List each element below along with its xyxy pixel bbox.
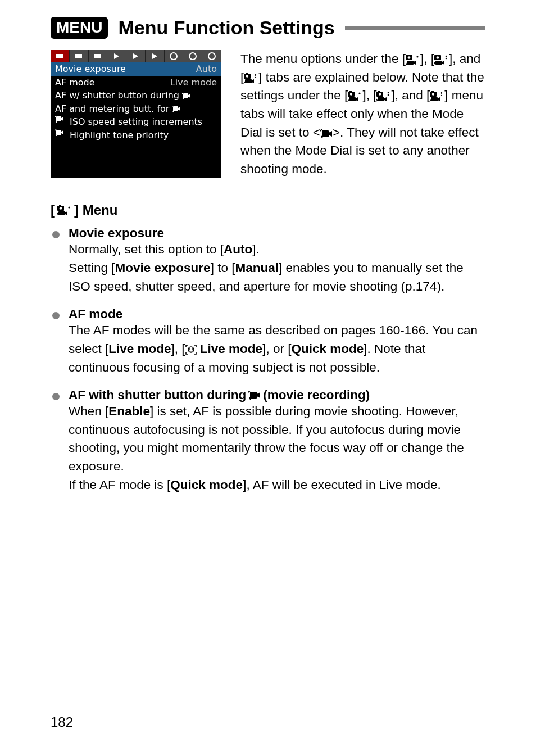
bullet-title: AF mode	[69, 307, 485, 322]
svg-point-13	[446, 56, 447, 57]
camera-movie-tab-icon	[430, 91, 444, 101]
lcd-rows: Movie exposureAutoAF modeLive modeAF w/ …	[51, 62, 221, 142]
lcd-menu-row: Movie exposureAuto	[51, 62, 221, 76]
bullet-item: AF with shutter button during (movie rec…	[51, 388, 485, 494]
lcd-tab-wrench-2	[183, 50, 202, 62]
bullet-list: Movie exposureNormally, set this option …	[51, 226, 485, 494]
svg-rect-23	[349, 91, 352, 92]
svg-point-8	[416, 56, 418, 57]
section-separator	[51, 191, 485, 191]
svg-rect-36	[431, 97, 438, 101]
face-detect-icon	[185, 345, 197, 355]
svg-point-48	[192, 348, 193, 350]
svg-point-47	[189, 348, 190, 350]
heading-rule	[345, 26, 485, 30]
page-number: 182	[51, 714, 73, 730]
wrench-icon	[208, 52, 216, 60]
svg-point-31	[388, 92, 389, 94]
bullet-item: Movie exposureNormally, set this option …	[51, 226, 485, 296]
svg-point-17	[246, 75, 249, 78]
wrench-icon	[189, 52, 197, 60]
lcd-tab-camera-2	[70, 50, 89, 62]
svg-rect-3	[56, 130, 61, 135]
camera-movie-tab-icon	[434, 55, 449, 65]
lcd-row-value: Live mode	[170, 76, 217, 89]
menu-pill-icon: MENU	[51, 17, 108, 39]
svg-point-29	[379, 93, 381, 96]
bullet-item: AF modeThe AF modes will be the same as …	[51, 307, 485, 377]
svg-rect-30	[378, 97, 384, 101]
lcd-tab-bar	[51, 50, 221, 62]
svg-rect-0	[183, 93, 188, 98]
lcd-row-label: AF and metering butt. for	[55, 103, 217, 115]
svg-rect-28	[378, 91, 380, 92]
wrench-icon	[170, 52, 178, 60]
bullet-title: AF with shutter button during (movie rec…	[69, 388, 485, 402]
bracket-close: ] Menu	[74, 202, 117, 218]
svg-point-35	[432, 93, 435, 96]
movie-icon	[182, 93, 191, 99]
camera-icon	[56, 54, 63, 58]
lcd-row-label: ISO speed setting increments	[70, 116, 217, 128]
svg-point-32	[388, 94, 389, 96]
svg-rect-49	[250, 392, 257, 399]
svg-rect-5	[407, 55, 410, 56]
camera-movie-tab-icon	[376, 91, 391, 101]
svg-rect-2	[56, 116, 61, 121]
lcd-row-label: AF w/ shutter button during	[55, 89, 217, 102]
bullet-title: Movie exposure	[69, 226, 485, 241]
svg-point-26	[359, 93, 361, 94]
bracket-open: [	[51, 202, 55, 218]
lcd-tab-play-3	[146, 50, 165, 62]
svg-point-20	[255, 75, 256, 76]
lcd-row-label: Movie exposure	[55, 63, 190, 75]
lcd-row-label: AF mode	[55, 76, 165, 89]
lcd-menu-row: AF w/ shutter button during	[51, 89, 221, 102]
svg-point-14	[446, 58, 447, 60]
svg-point-39	[441, 95, 442, 96]
lcd-tab-camera-3	[89, 50, 108, 62]
lcd-row-label: Highlight tone priority	[70, 129, 217, 142]
lcd-menu-row: Highlight tone priority	[51, 129, 221, 142]
lcd-menu-row: AF modeLive mode	[51, 76, 221, 89]
svg-rect-1	[173, 106, 178, 111]
svg-rect-12	[435, 61, 442, 65]
svg-rect-16	[246, 73, 248, 74]
movie-icon	[248, 391, 261, 400]
svg-point-6	[408, 56, 411, 59]
lcd-row-value: Auto	[196, 63, 217, 75]
bullet-body: Normally, set this option to [Auto].Sett…	[69, 241, 485, 296]
svg-point-19	[255, 74, 256, 75]
camera-movie-tab-icon	[406, 55, 420, 65]
camera-movie-tab-icon	[57, 205, 72, 215]
section-heading: [] Menu	[51, 202, 485, 218]
lcd-menu-row: AF and metering butt. for	[51, 102, 221, 116]
camera-movie-tab-icon	[244, 73, 258, 83]
svg-rect-34	[431, 91, 434, 92]
lcd-tab-wrench-1	[165, 50, 184, 62]
lcd-tab-play-2	[126, 50, 146, 62]
svg-point-38	[441, 93, 442, 94]
play-icon	[152, 53, 157, 59]
svg-point-21	[255, 76, 256, 78]
bullet-body: When [Enable] is set, AF is possible dur…	[69, 402, 485, 494]
svg-point-37	[441, 92, 442, 93]
play-icon	[114, 53, 119, 59]
lcd-tab-wrench-3	[202, 50, 221, 62]
svg-rect-42	[59, 205, 61, 206]
svg-rect-25	[349, 97, 356, 101]
lcd-tab-play-1	[107, 50, 126, 62]
svg-point-45	[68, 207, 70, 209]
heading-title: Menu Function Settings	[118, 17, 334, 39]
lcd-menu-row: ISO speed setting increments	[51, 115, 221, 129]
movie-icon	[172, 106, 181, 112]
camera-lcd-screenshot: Movie exposureAutoAF modeLive modeAF w/ …	[51, 50, 221, 178]
page-heading: MENU Menu Function Settings	[51, 17, 485, 39]
camera-icon	[94, 54, 101, 58]
play-icon	[133, 53, 138, 59]
svg-rect-44	[58, 211, 65, 215]
svg-rect-7	[407, 61, 414, 65]
camera-icon	[75, 54, 82, 58]
svg-point-11	[437, 56, 439, 59]
movie-icon	[55, 116, 64, 128]
